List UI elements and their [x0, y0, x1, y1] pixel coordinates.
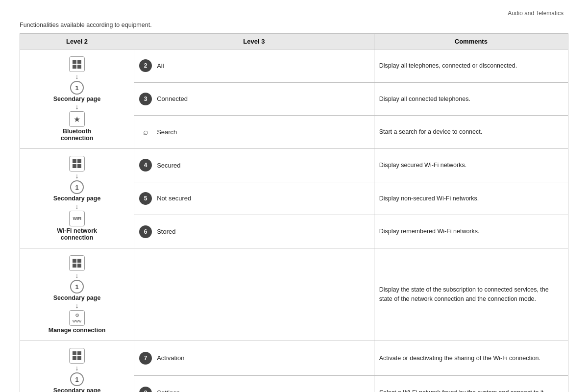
num-4-circle: 4: [139, 159, 152, 172]
level3-connected: 3 Connected: [134, 82, 374, 116]
num-5-circle: 5: [139, 192, 152, 205]
number-1-circle: 1: [70, 81, 84, 95]
level2-manage: ↓ 1 Secondary page ↓ ⚙www Manage connect…: [20, 248, 134, 341]
level3-all: 2 All: [134, 49, 374, 83]
level3-search: ⌕ Search: [134, 116, 374, 149]
header-level2: Level 2: [20, 34, 134, 49]
number-1-circle: 1: [70, 180, 84, 194]
level3-secured: 4 Secured: [134, 149, 374, 182]
num-8-circle: 8: [139, 387, 152, 392]
level2-wifi: ↓ 1 Secondary page ↓ WIFI Wi-Fi networkc…: [20, 149, 134, 248]
number-1-circle: 1: [70, 372, 84, 386]
num-2-circle: 2: [139, 59, 152, 72]
level3-manage-empty: [134, 248, 374, 341]
number-1-circle: 1: [70, 280, 84, 294]
level3-settings: 8 Settings: [134, 375, 374, 392]
comment-activation: Activate or deactivating the sharing of …: [374, 341, 568, 376]
comment-manage: Display the state of the subscription to…: [374, 248, 568, 341]
bluetooth-icon: ★: [69, 111, 85, 127]
level3-text-all: All: [157, 62, 164, 70]
arrow-icon: ↓: [75, 73, 79, 80]
arrow-icon: ↓: [75, 103, 79, 110]
level3-stored: 6 Stored: [134, 215, 374, 248]
wifi-network-icon: WIFI: [69, 211, 85, 226]
level2-bluetooth: ↓ 1 Secondary page ↓ ★ Bluetoothconnecti…: [20, 49, 134, 149]
comment-settings: Select a Wi-Fi network found by the syst…: [374, 375, 568, 392]
grid-icon: [69, 156, 85, 172]
page-title: Audio and Telematics: [508, 10, 564, 17]
header-level3: Level 3: [134, 34, 374, 49]
search-icon: ⌕: [139, 126, 152, 139]
num-6-circle: 6: [139, 225, 152, 238]
comment-not-secured: Display non-secured Wi-Fi networks.: [374, 182, 568, 215]
grid-icon: [69, 348, 85, 364]
grid-icon: [69, 255, 85, 271]
comment-search: Start a search for a device to connect.: [374, 116, 568, 149]
table-row: ↓ 1 Secondary page ↓ ★ Bluetoothconnecti…: [20, 49, 568, 83]
comment-secured: Display secured Wi-Fi networks.: [374, 149, 568, 182]
intro-text: Functionalities available according to e…: [20, 22, 568, 28]
table-row: ↓ 1 Secondary page ↓ WIFI Wi-Fi networkc…: [20, 149, 568, 182]
level3-activation: 7 Activation: [134, 341, 374, 376]
main-table: Level 2 Level 3 Comments ↓: [20, 33, 568, 392]
grid-icon: [69, 56, 85, 72]
num-3-circle: 3: [139, 93, 152, 105]
www-icon: ⚙www: [69, 310, 85, 326]
comment-all: Display all telephones, connected or dis…: [374, 49, 568, 83]
page-header: Audio and Telematics: [20, 10, 568, 17]
table-row: ↓ 1 Secondary page ↓ ⚙www Manage connect…: [20, 248, 568, 341]
num-7-circle: 7: [139, 352, 152, 365]
level3-not-secured: 5 Not secured: [134, 182, 374, 215]
header-comments: Comments: [374, 34, 568, 49]
comment-connected: Display all connected telephones.: [374, 82, 568, 116]
level2-share-wifi: ↓ 1 Secondary page ↓ 📶 Share Wi-Ficonnec…: [20, 341, 134, 392]
page: Audio and Telematics Functionalities ava…: [0, 0, 588, 392]
comment-stored: Display remembered Wi-Fi networks.: [374, 215, 568, 248]
table-row: ↓ 1 Secondary page ↓ 📶 Share Wi-Ficonnec…: [20, 341, 568, 376]
